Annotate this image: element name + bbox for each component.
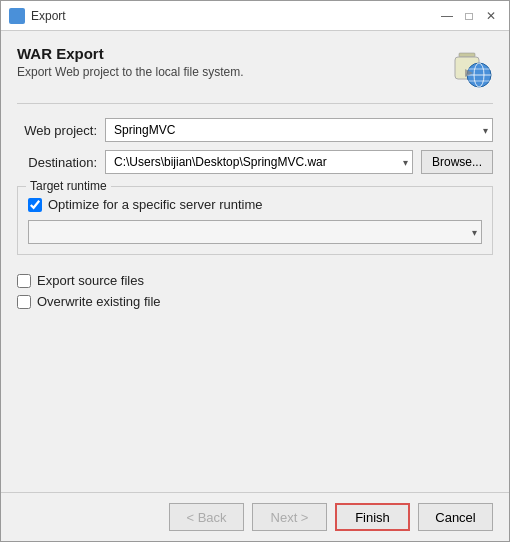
window-icon <box>9 8 25 24</box>
header-text: WAR Export Export Web project to the loc… <box>17 45 445 79</box>
maximize-button[interactable]: □ <box>459 6 479 26</box>
web-project-select[interactable]: SpringMVC <box>110 119 488 141</box>
export-source-checkbox[interactable] <box>17 274 31 288</box>
window-title: Export <box>31 9 437 23</box>
destination-row: Destination: C:\Users\bijian\Desktop\Spr… <box>17 150 493 174</box>
destination-label: Destination: <box>17 155 97 170</box>
overwrite-label[interactable]: Overwrite existing file <box>37 294 161 309</box>
title-bar: Export — □ ✕ <box>1 1 509 31</box>
web-project-label: Web project: <box>17 123 97 138</box>
optimize-label[interactable]: Optimize for a specific server runtime <box>48 197 263 212</box>
target-runtime-group: Target runtime Optimize for a specific s… <box>17 186 493 255</box>
runtime-dropdown[interactable]: ▾ <box>28 220 482 244</box>
main-window: Export — □ ✕ WAR Export Export Web proje… <box>0 0 510 542</box>
dialog-title: WAR Export <box>17 45 445 62</box>
overwrite-checkbox[interactable] <box>17 295 31 309</box>
export-source-label[interactable]: Export source files <box>37 273 144 288</box>
destination-dropdown[interactable]: C:\Users\bijian\Desktop\SpringMVC.war ▾ <box>105 150 413 174</box>
header-section: WAR Export Export Web project to the loc… <box>17 45 493 104</box>
target-runtime-label: Target runtime <box>26 179 111 193</box>
runtime-arrow-icon: ▾ <box>472 227 477 238</box>
optimize-row: Optimize for a specific server runtime <box>28 197 482 212</box>
checkboxes-section: Export source files Overwrite existing f… <box>17 273 493 309</box>
group-content: Optimize for a specific server runtime ▾ <box>28 197 482 244</box>
web-project-dropdown[interactable]: SpringMVC ▾ <box>105 118 493 142</box>
minimize-button[interactable]: — <box>437 6 457 26</box>
svg-rect-0 <box>459 53 475 57</box>
header-icon <box>445 45 493 93</box>
destination-select[interactable]: C:\Users\bijian\Desktop\SpringMVC.war <box>110 151 408 173</box>
next-button[interactable]: Next > <box>252 503 327 531</box>
close-button[interactable]: ✕ <box>481 6 501 26</box>
optimize-checkbox[interactable] <box>28 198 42 212</box>
title-controls: — □ ✕ <box>437 6 501 26</box>
dialog-subtitle: Export Web project to the local file sys… <box>17 65 445 79</box>
cancel-button[interactable]: Cancel <box>418 503 493 531</box>
web-project-row: Web project: SpringMVC ▾ <box>17 118 493 142</box>
finish-button[interactable]: Finish <box>335 503 410 531</box>
dialog-content: WAR Export Export Web project to the loc… <box>1 31 509 492</box>
war-icon-svg <box>445 45 493 93</box>
export-source-row: Export source files <box>17 273 493 288</box>
back-button[interactable]: < Back <box>169 503 244 531</box>
overwrite-row: Overwrite existing file <box>17 294 493 309</box>
browse-button[interactable]: Browse... <box>421 150 493 174</box>
dialog-footer: < Back Next > Finish Cancel <box>1 492 509 541</box>
form-section: Web project: SpringMVC ▾ Destination: C:… <box>17 118 493 309</box>
